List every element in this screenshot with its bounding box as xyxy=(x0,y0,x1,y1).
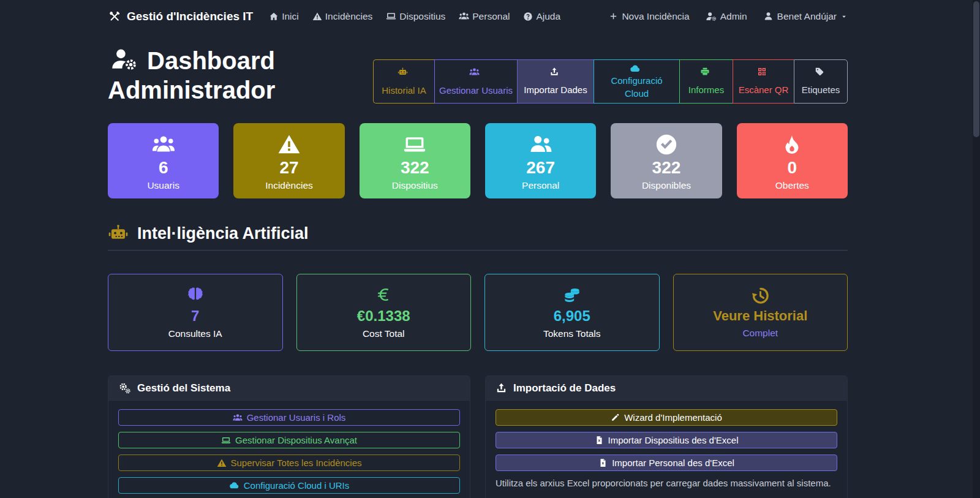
triangle-exclamation-icon xyxy=(277,133,301,156)
printer-icon xyxy=(700,67,710,77)
button-label: Configuració Cloud i URIs xyxy=(244,480,350,491)
users-icon xyxy=(459,11,469,21)
users-icon xyxy=(152,133,175,156)
stat-label: Personal xyxy=(522,180,559,191)
importar-personal-excel-button[interactable]: Importar Personal des d'Excel xyxy=(496,455,837,471)
stat-label: Obertes xyxy=(775,180,809,191)
user-icon xyxy=(763,11,774,21)
nav-item-admin[interactable]: Admin xyxy=(706,11,747,22)
user-group-icon xyxy=(529,133,552,156)
plus-icon xyxy=(609,12,618,21)
user-menu-dropdown[interactable]: Benet Andújar xyxy=(763,11,848,22)
stat-value: 267 xyxy=(526,159,555,178)
nova-incidencia-button[interactable]: Nova Incidència xyxy=(609,11,689,22)
top-navbar: Gestió d'Incidències IT Inici Incidèncie… xyxy=(0,0,980,32)
admin-actions-group: Historial IA Gestionar Usuaris Importar … xyxy=(373,59,848,104)
nav-item-label: Inici xyxy=(282,11,299,22)
screwdriver-wrench-icon xyxy=(108,10,121,23)
ai-card-value: 7 xyxy=(191,307,199,325)
fire-icon xyxy=(781,133,803,156)
etiquetes-button[interactable]: Etiquetes xyxy=(794,59,848,104)
pencil-icon xyxy=(611,413,620,422)
button-label: Importar Dispositius des d'Excel xyxy=(608,435,739,445)
triangle-exclamation-icon xyxy=(217,458,227,468)
upload-icon xyxy=(496,382,507,394)
stat-card-obertes: 0 Obertes xyxy=(737,123,848,198)
gestionar-usuaris-rols-button[interactable]: Gestionar Usuaris i Rols xyxy=(118,409,460,426)
action-label: Etiquetes xyxy=(802,83,840,96)
wizard-implementacio-button[interactable]: Wizard d'Implementació xyxy=(496,409,837,426)
import-note: Utilitza els arxius Excel proporcionats … xyxy=(496,478,837,488)
cloud-icon xyxy=(229,480,239,491)
scrollbar-thumb[interactable] xyxy=(973,1,979,137)
nova-incidencia-label: Nova Incidència xyxy=(622,11,689,22)
escaner-qr-button[interactable]: Escàner QR xyxy=(733,59,794,104)
ai-card-value: €0.1338 xyxy=(357,307,410,325)
ai-section-heading: Intel·ligència Artificial xyxy=(108,223,848,244)
historial-ia-button[interactable]: Historial IA xyxy=(373,59,434,104)
nav-item-personal[interactable]: Personal xyxy=(459,11,510,22)
stat-label: Disponibles xyxy=(642,180,691,191)
nav-item-ajuda[interactable]: Ajuda xyxy=(523,11,560,22)
triangle-exclamation-icon xyxy=(312,12,322,21)
clock-rotate-left-icon xyxy=(751,286,769,304)
admin-label: Admin xyxy=(720,11,747,22)
nav-item-label: Ajuda xyxy=(536,11,560,22)
ai-card-tokens: 6,905 Tokens Totals xyxy=(484,274,660,351)
section-divider xyxy=(108,250,848,251)
panel-gestio-sistema: Gestió del Sistema Gestionar Usuaris i R… xyxy=(108,375,470,498)
ai-cards-row: 7 Consultes IA €0.1338 Cost Total 6,905 … xyxy=(108,274,848,351)
gestionar-dispositius-button[interactable]: Gestionar Dispositius Avançat xyxy=(118,432,460,448)
nav-item-dispositius[interactable]: Dispositius xyxy=(386,11,445,22)
action-label: Escàner QR xyxy=(739,83,789,96)
action-label: Gestionar Usuaris xyxy=(439,84,513,97)
robot-icon xyxy=(108,223,129,244)
panel-title: Gestió del Sistema xyxy=(137,382,230,394)
cloud-icon xyxy=(630,63,641,74)
user-gear-icon xyxy=(706,11,717,22)
action-label: Historial IA xyxy=(382,84,426,97)
stat-label: Incidències xyxy=(265,180,313,191)
ai-card-label: Tokens Totals xyxy=(543,328,601,339)
panel-header: Gestió del Sistema xyxy=(108,376,470,401)
veure-historial-card[interactable]: Veure Historial Complet xyxy=(673,274,848,351)
nav-item-label: Dispositius xyxy=(399,11,445,22)
supervisar-incidencies-button[interactable]: Supervisar Totes les Incidències xyxy=(118,455,460,471)
main-nav: Inici Incidències Dispositius Personal A… xyxy=(269,11,560,22)
app-brand[interactable]: Gestió d'Incidències IT xyxy=(108,10,253,23)
nav-item-label: Incidències xyxy=(325,11,373,22)
nav-item-label: Personal xyxy=(472,11,510,22)
button-label: Gestionar Dispositius Avançat xyxy=(235,435,357,445)
stat-value: 6 xyxy=(159,159,168,178)
importar-dispositius-excel-button[interactable]: Importar Dispositius des d'Excel xyxy=(496,432,837,448)
users-icon xyxy=(469,67,480,77)
qrcode-icon xyxy=(757,67,767,77)
action-label: Importar Dades xyxy=(524,83,587,96)
action-label: Configuració Cloud xyxy=(598,74,676,100)
robot-icon xyxy=(398,67,408,77)
action-label: Informes xyxy=(688,83,724,96)
tags-icon xyxy=(815,67,824,77)
circle-check-icon xyxy=(655,133,678,156)
gestionar-usuaris-button[interactable]: Gestionar Usuaris xyxy=(434,59,517,104)
button-label: Importar Personal des d'Excel xyxy=(612,458,734,468)
importar-dades-button[interactable]: Importar Dades xyxy=(517,59,594,104)
ai-card-cost: €0.1338 Cost Total xyxy=(296,274,472,351)
users-icon xyxy=(233,413,243,423)
laptop-icon xyxy=(386,11,396,21)
circle-question-icon xyxy=(523,12,533,21)
ai-card-label: Complet xyxy=(742,328,778,339)
stat-card-disponibles: 322 Disponibles xyxy=(611,123,722,198)
configuracio-cloud-button[interactable]: Configuració Cloud xyxy=(594,59,679,104)
nav-item-inici[interactable]: Inici xyxy=(269,11,299,22)
informes-button[interactable]: Informes xyxy=(679,59,733,104)
page-header: Dashboard Administrador Historial IA Ges… xyxy=(108,46,848,105)
nav-item-incidencies[interactable]: Incidències xyxy=(312,11,373,22)
stat-value: 27 xyxy=(279,159,298,178)
file-excel-icon xyxy=(598,458,608,467)
page-title: Dashboard Administrador xyxy=(108,46,373,105)
configuracio-cloud-uris-button[interactable]: Configuració Cloud i URIs xyxy=(118,477,460,494)
stat-label: Usuaris xyxy=(147,180,179,191)
scrollbar-track[interactable] xyxy=(973,0,980,498)
stat-value: 322 xyxy=(401,159,429,178)
